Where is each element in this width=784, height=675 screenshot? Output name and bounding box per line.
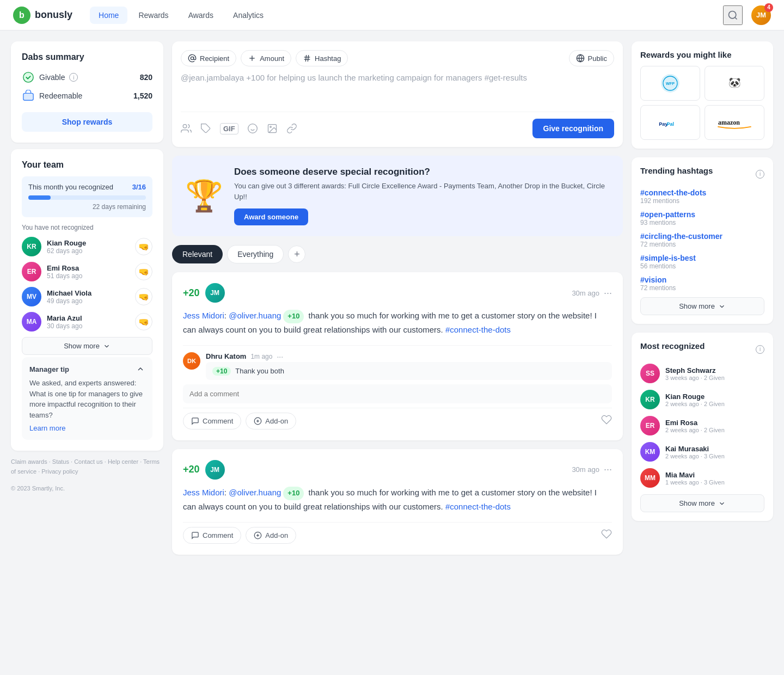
gif-icon-button[interactable]: GIF (220, 123, 238, 134)
most-recognized-row: MM Mia Mavi 1 weeks ago · 3 Given (640, 468, 764, 488)
public-tag[interactable]: Public (569, 50, 614, 66)
nav-analytics[interactable]: Analytics (224, 7, 272, 24)
reward-item-wfp[interactable]: WFP (640, 66, 700, 101)
recognize-button[interactable]: 🤜 (135, 313, 152, 330)
post-author-name: Jess Midori (183, 488, 224, 497)
most-recognized-show-more-button[interactable]: Show more (640, 494, 764, 512)
addon-button[interactable]: Add-on (246, 527, 296, 544)
givable-info-icon[interactable]: i (69, 73, 78, 82)
manager-tip-title: Manager tip (29, 365, 69, 373)
trending-info-icon[interactable]: i (756, 170, 764, 179)
comment-icon (191, 417, 199, 425)
emoji-icon-button[interactable] (247, 123, 258, 134)
like-button[interactable] (601, 529, 612, 542)
most-recognized-info-icon[interactable]: i (756, 345, 764, 354)
svg-point-20 (270, 126, 272, 128)
mr-name: Emi Rosa (665, 419, 764, 427)
user-avatar-wrapper[interactable]: JM 4 (751, 5, 771, 25)
post-time: 30m ago (572, 289, 599, 297)
hashtag-tag[interactable]: Hashtag (296, 50, 348, 66)
amount-tag[interactable]: Amount (241, 50, 291, 66)
footer-links: Claim awards · Status · Contact us · Hel… (11, 457, 163, 476)
post-header-left: +20 JM (183, 460, 225, 480)
member-avatar: ER (22, 262, 41, 281)
recipient-tag[interactable]: Recipient (181, 50, 236, 66)
hashtag-mentions: 192 mentions (640, 197, 764, 205)
reward-item-wwf[interactable]: 🐼 (705, 66, 764, 101)
nav-rewards[interactable]: Rewards (130, 7, 177, 24)
most-recognized-row: KR Kian Rouge 2 weeks ago · 2 Given (640, 390, 764, 409)
link-icon-button[interactable] (286, 123, 297, 134)
chevron-down-icon (718, 303, 726, 310)
comment-avatar: DK (183, 352, 200, 370)
chevron-up-icon[interactable] (136, 365, 145, 373)
post-time: 30m ago (572, 465, 599, 474)
hashtag-name[interactable]: #circling-the-customer (640, 232, 764, 241)
post-mention[interactable]: @oliver.huang (229, 311, 281, 320)
comment-button[interactable]: Comment (183, 527, 241, 544)
amazon-logo: amazon (715, 112, 754, 133)
comment-button[interactable]: Comment (183, 413, 241, 429)
award-text: Does someone deserve special recognition… (234, 167, 610, 225)
logo[interactable]: b bonusly (13, 7, 72, 24)
tab-everything[interactable]: Everything (227, 245, 284, 263)
recognize-button[interactable]: 🤜 (135, 238, 152, 255)
mr-name: Kian Rouge (665, 392, 764, 401)
nav-home[interactable]: Home (90, 7, 127, 24)
addon-button[interactable]: Add-on (246, 413, 296, 429)
like-button[interactable] (601, 414, 612, 428)
wwf-logo: 🐼 (720, 72, 749, 94)
post-mention[interactable]: @oliver.huang (229, 488, 281, 497)
add-comment-input[interactable] (183, 384, 612, 403)
add-filter-button[interactable]: + (288, 246, 305, 263)
team-show-more-button[interactable]: Show more (22, 337, 152, 355)
hashtag-mentions: 93 mentions (640, 219, 764, 226)
mr-sub: 1 weeks ago · 3 Given (665, 479, 764, 486)
trending-hashtags-card: Trending hashtags i #connect-the-dots 19… (632, 157, 773, 324)
reward-item-amazon[interactable]: amazon (705, 105, 764, 140)
givable-label: Givable i (39, 73, 136, 82)
tag-icon-button[interactable] (200, 123, 211, 134)
compose-card: Recipient Amount Hashtag Public (172, 41, 623, 147)
shop-rewards-button[interactable]: Shop rewards (22, 112, 152, 132)
post-more-button[interactable]: ··· (604, 464, 612, 475)
hashtag-name[interactable]: #connect-the-dots (640, 188, 764, 197)
mr-avatar: KM (640, 442, 660, 462)
trending-title-row: Trending hashtags i (640, 166, 764, 182)
search-button[interactable] (723, 5, 743, 25)
team-member-row: ER Emi Rosa 51 days ago 🤜 (22, 262, 152, 281)
trending-show-more-button[interactable]: Show more (640, 297, 764, 315)
compose-input[interactable] (181, 73, 614, 106)
mr-sub: 2 weeks ago · 2 Given (665, 427, 764, 433)
post-hashtag[interactable]: #connect-the-dots (445, 325, 511, 334)
comment-time: 1m ago (250, 353, 272, 360)
nav-awards[interactable]: Awards (180, 7, 222, 24)
post-more-button[interactable]: ··· (604, 287, 612, 299)
post-hashtag[interactable]: #connect-the-dots (445, 502, 511, 511)
reward-item-paypal[interactable]: Pay Pal (640, 105, 700, 140)
plus-icon (248, 54, 256, 63)
redeemable-row: Redeemable 1,520 (22, 89, 152, 102)
comment-icon (191, 531, 199, 539)
member-name: Maria Azul (47, 314, 130, 322)
learn-more-link[interactable]: Learn more (29, 424, 65, 432)
tab-relevant[interactable]: Relevant (172, 245, 223, 263)
hashtag-mentions: 72 mentions (640, 284, 764, 292)
hashtag-name[interactable]: #simple-is-best (640, 254, 764, 262)
hashtag-name[interactable]: #open-patterns (640, 210, 764, 219)
navbar-right: JM 4 (723, 5, 771, 25)
givable-icon (22, 71, 35, 84)
comment-more-button[interactable]: ··· (277, 352, 283, 361)
give-recognition-button[interactable]: Give recognition (532, 119, 614, 138)
recognize-button[interactable]: 🤜 (135, 288, 152, 305)
recognize-button[interactable]: 🤜 (135, 263, 152, 280)
hashtag-mentions: 72 mentions (640, 241, 764, 248)
award-someone-button[interactable]: Award someone (234, 208, 308, 225)
mr-sub: 3 weeks ago · 2 Given (665, 375, 764, 381)
image-icon-button[interactable] (267, 123, 278, 134)
givable-value: 820 (140, 73, 152, 82)
hashtag-name[interactable]: #vision (640, 275, 764, 284)
people-icon-button[interactable] (181, 123, 192, 134)
post-actions: Comment Add-on (183, 527, 612, 544)
main-feed: Recipient Amount Hashtag Public (172, 41, 623, 555)
